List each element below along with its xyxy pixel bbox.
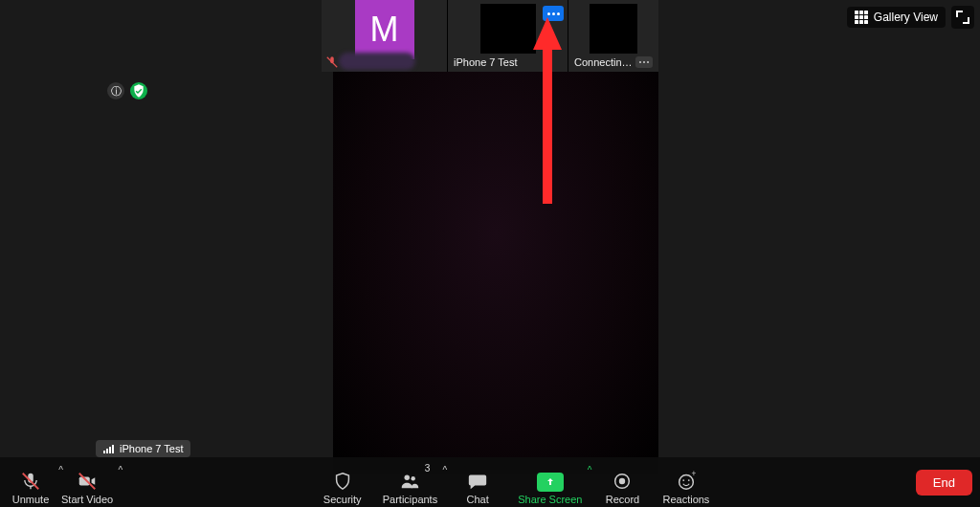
muted-mic-icon [325,55,339,69]
participant-tile[interactable]: Connecting t... [568,0,658,72]
video-placeholder [590,4,637,54]
svg-point-5 [412,476,415,480]
meeting-info-button[interactable]: ⓘ [107,82,124,99]
meeting-toolbar: Unmute ^ Start Video ^ Security 3 Partic… [0,457,980,507]
shield-check-icon [131,83,146,99]
reactions-label: Reactions [662,494,709,505]
participants-label: Participants [383,494,437,505]
svg-point-4 [405,475,411,481]
participant-name: Connecting t... [574,56,637,68]
chat-label: Chat [467,494,489,505]
end-meeting-button[interactable]: End [916,470,972,496]
security-button[interactable]: Security [320,459,366,505]
record-label: Record [606,494,639,505]
record-button[interactable]: Record [599,459,645,505]
gallery-view-button[interactable]: Gallery View [847,7,946,28]
share-screen-icon [537,473,564,492]
svg-point-9 [682,479,684,481]
unmute-label: Unmute [12,494,50,505]
record-icon [612,471,633,492]
participants-options-chevron[interactable]: ^ [442,465,447,475]
reactions-button[interactable]: + Reactions [662,459,709,505]
signal-icon [103,444,114,453]
participant-tile[interactable]: iPhone 7 Test [448,0,568,72]
participants-button[interactable]: 3 Participants ^ [383,459,437,505]
audio-source-tooltip: iPhone 7 Test [96,440,190,457]
chat-button[interactable]: Chat [455,459,501,505]
reactions-icon: + [676,471,697,492]
grid-icon [855,11,868,24]
camera-off-icon [77,471,98,492]
gallery-view-label: Gallery View [874,11,938,24]
start-video-button[interactable]: Start Video ^ [61,459,113,505]
participant-name: iPhone 7 Test [454,56,562,68]
svg-point-7 [619,478,625,484]
participant-tile[interactable]: M [322,0,448,72]
svg-text:+: + [691,471,696,478]
audio-source-label: iPhone 7 Test [120,443,183,454]
share-options-chevron[interactable]: ^ [588,465,592,475]
connecting-indicator-icon [635,56,653,68]
video-placeholder [480,4,536,54]
video-options-chevron[interactable]: ^ [119,465,123,475]
participants-count: 3 [425,463,431,474]
share-screen-button[interactable]: Share Screen ^ [518,459,582,505]
encryption-badge[interactable] [130,82,147,99]
mic-muted-icon [20,471,41,492]
participant-name-redacted [339,53,415,70]
info-icon: ⓘ [111,84,122,99]
shield-icon [332,471,353,492]
participant-thumbnails: M iPhone 7 Test Connecting t... [322,0,658,72]
participant-more-button[interactable] [543,6,564,21]
chat-icon [467,471,488,492]
unmute-button[interactable]: Unmute ^ [8,459,54,505]
participants-icon [399,471,420,492]
avatar: M [355,0,414,59]
svg-point-10 [688,479,690,481]
active-speaker-video [333,72,658,474]
fullscreen-button[interactable] [951,6,974,29]
start-video-label: Start Video [61,494,113,505]
fullscreen-icon [956,11,969,24]
security-label: Security [323,494,362,505]
share-screen-label: Share Screen [518,494,582,505]
